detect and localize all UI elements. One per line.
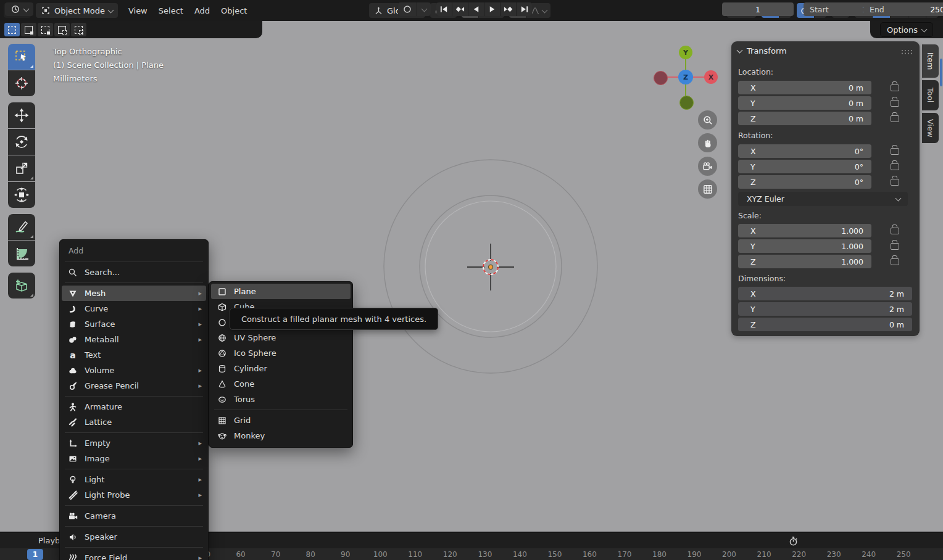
lock-icon[interactable] (891, 179, 899, 186)
location-y-field[interactable]: Y0 m (738, 96, 871, 110)
tab-item[interactable]: Item (922, 44, 939, 78)
measure-icon (14, 245, 30, 261)
lock-icon[interactable] (891, 100, 899, 107)
dimensions-y-field[interactable]: Y2 m (738, 302, 912, 316)
submenu-item-grid[interactable]: Grid (209, 413, 352, 428)
rotate-tool[interactable] (8, 129, 35, 155)
lock-icon[interactable] (891, 228, 899, 234)
scale-tool[interactable] (8, 155, 35, 181)
scale-x-field[interactable]: X1.000 (738, 224, 871, 237)
scale-y-field[interactable]: Y1.000 (738, 239, 871, 253)
menu-item-force-field[interactable]: Force Field ▸ (60, 550, 208, 560)
auto-keying-toggle[interactable] (398, 2, 417, 16)
menu-item-text[interactable]: a Text (60, 347, 208, 363)
annotate-tool[interactable] (8, 214, 35, 240)
submenu-item-torus[interactable]: Torus (209, 392, 352, 407)
menu-item-metaball[interactable]: Metaball ▸ (60, 332, 208, 347)
lock-icon[interactable] (891, 115, 899, 122)
field-value: 1.000 (841, 257, 863, 266)
scale-z-field[interactable]: Z1.000 (738, 255, 871, 268)
auto-keying-dropdown[interactable] (417, 2, 431, 16)
lock-icon[interactable] (891, 258, 899, 265)
add-primitive-tool[interactable] (8, 273, 35, 299)
gizmo-axis-z-center[interactable]: Z (678, 70, 693, 84)
camera-view-button[interactable] (698, 157, 717, 176)
jump-to-start-button[interactable] (436, 2, 452, 16)
select-box-tool[interactable] (8, 44, 35, 70)
submenu-item-cone[interactable]: Cone (209, 376, 352, 392)
menu-item-light-probe[interactable]: Light Probe ▸ (60, 487, 208, 503)
menu-item-curve[interactable]: Curve ▸ (60, 301, 208, 316)
menu-item-volume[interactable]: Volume ▸ (60, 363, 208, 378)
menu-view[interactable]: View (123, 6, 153, 15)
navigation-gizmo[interactable]: Y X Z (652, 43, 720, 111)
jump-to-end-button[interactable] (517, 2, 532, 16)
panel-scrollbar[interactable] (940, 59, 942, 86)
submenu-item-uv-sphere[interactable]: UV Sphere (209, 330, 352, 345)
play-reverse-button[interactable] (468, 2, 484, 16)
menu-item-lattice[interactable]: Lattice (60, 414, 208, 430)
menu-item-image[interactable]: Image ▸ (60, 451, 208, 466)
rotation-y-field[interactable]: Y0° (738, 160, 871, 173)
menu-item-camera[interactable]: Camera (60, 508, 208, 524)
transform-tool[interactable] (8, 182, 35, 208)
use-preview-range-button[interactable] (786, 534, 800, 548)
submenu-item-cylinder[interactable]: Cylinder (209, 361, 352, 376)
menu-item-label: Grease Pencil (85, 381, 192, 390)
gizmo-axis-y-positive[interactable]: Y (679, 46, 692, 59)
transform-panel-header[interactable]: Transform (737, 46, 787, 56)
gizmo-axis-y-negative[interactable] (679, 96, 694, 110)
toggle-perspective-button[interactable] (698, 179, 717, 199)
menu-item-speaker[interactable]: Speaker (60, 529, 208, 545)
move-tool[interactable] (8, 102, 35, 128)
playhead-badge[interactable]: 1 (27, 549, 43, 560)
current-frame-field[interactable]: 1 (722, 2, 794, 16)
rotation-mode-dropdown[interactable]: XYZ Euler (738, 192, 908, 206)
menu-item-empty[interactable]: Empty ▸ (60, 435, 208, 451)
current-frame-value: 1 (755, 5, 760, 14)
menu-object[interactable]: Object (215, 6, 252, 15)
location-z-field[interactable]: Z0 m (738, 112, 871, 125)
submenu-item-ico-sphere[interactable]: Ico Sphere (209, 345, 352, 361)
measure-tool[interactable] (8, 241, 35, 266)
rotation-x-field[interactable]: X0° (738, 144, 871, 158)
menu-item-light[interactable]: Light ▸ (60, 472, 208, 487)
menu-select[interactable]: Select (153, 6, 189, 15)
gizmo-axis-x-negative[interactable] (654, 71, 668, 85)
dimensions-z-field[interactable]: Z0 m (738, 318, 912, 331)
location-x-field[interactable]: X0 m (738, 81, 871, 94)
rotation-z-field[interactable]: Z0° (738, 175, 871, 189)
menu-item-search[interactable]: Search... (60, 265, 208, 280)
object-mode-dropdown[interactable]: Object Mode (36, 3, 118, 18)
submenu-item-monkey[interactable]: Monkey (209, 428, 352, 443)
tab-tool[interactable]: Tool (922, 80, 939, 110)
menu-item-grease-pencil[interactable]: Grease Pencil ▸ (60, 378, 208, 393)
menu-item-armature[interactable]: Armature (60, 399, 208, 414)
menu-item-mesh[interactable]: Mesh ▸ (60, 286, 208, 301)
playback-menu[interactable]: Playback (38, 534, 61, 548)
pan-button[interactable] (698, 133, 717, 152)
monkey-icon (217, 431, 228, 441)
image-icon (67, 454, 78, 464)
field-value: 2 m (889, 305, 904, 314)
submenu-item-plane[interactable]: Plane (209, 284, 352, 299)
menu-add[interactable]: Add (189, 6, 215, 15)
panel-grip-icon[interactable] (901, 49, 912, 54)
lock-icon[interactable] (891, 148, 899, 155)
end-frame-field[interactable]: End 250 (863, 2, 943, 16)
lock-icon[interactable] (891, 163, 899, 170)
next-keyframe-button[interactable] (501, 2, 516, 16)
zoom-button[interactable] (698, 110, 717, 130)
lock-icon[interactable] (891, 84, 899, 91)
menu-item-surface[interactable]: Surface ▸ (60, 316, 208, 332)
torus-icon (217, 395, 228, 405)
lock-icon[interactable] (891, 243, 899, 250)
dimensions-x-field[interactable]: X2 m (738, 287, 912, 300)
previous-keyframe-button[interactable] (452, 2, 468, 16)
tab-view[interactable]: View (922, 113, 939, 143)
cursor-tool[interactable] (8, 70, 35, 96)
move-icon (14, 107, 30, 123)
play-button[interactable] (484, 2, 500, 16)
gizmo-axis-x-positive[interactable]: X (704, 70, 718, 84)
timeline-editor-type-dropdown[interactable] (5, 2, 33, 16)
